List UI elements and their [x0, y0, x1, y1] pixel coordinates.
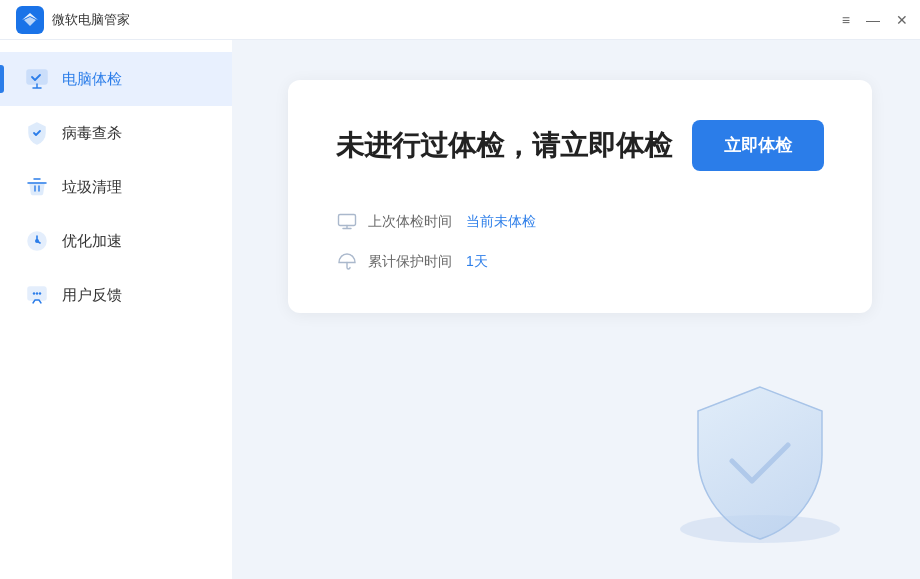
check-now-button[interactable]: 立即体检 [692, 120, 824, 171]
sidebar-item-optimize[interactable]: 优化加速 [0, 214, 232, 268]
feedback-icon [24, 282, 50, 308]
card-top: 未进行过体检，请立即体检 立即体检 [336, 120, 824, 171]
minimize-button[interactable]: — [866, 13, 880, 27]
main-layout: 电脑体检 病毒查杀 垃圾清理 [0, 40, 920, 579]
close-button[interactable]: ✕ [896, 13, 908, 27]
last-check-value: 当前未体检 [466, 213, 536, 231]
sidebar-item-pc-check[interactable]: 电脑体检 [0, 52, 232, 106]
menu-button[interactable]: ≡ [842, 13, 850, 27]
sidebar-item-antivirus[interactable]: 病毒查杀 [0, 106, 232, 160]
svg-rect-8 [339, 215, 356, 226]
app-title: 微软电脑管家 [52, 11, 130, 29]
sidebar-label-pc-check: 电脑体检 [62, 70, 122, 89]
optimize-icon [24, 228, 50, 254]
titlebar-controls: ≡ — ✕ [842, 13, 908, 27]
svg-point-5 [33, 292, 35, 294]
last-check-label: 上次体检时间 [368, 213, 452, 231]
sidebar-item-feedback[interactable]: 用户反馈 [0, 268, 232, 322]
protect-label: 累计保护时间 [368, 253, 452, 271]
sidebar-label-optimize: 优化加速 [62, 232, 122, 251]
protect-value: 1天 [466, 253, 488, 271]
svg-point-6 [36, 292, 38, 294]
app-logo [16, 6, 44, 34]
umbrella-icon [336, 251, 358, 273]
svg-point-3 [35, 239, 39, 243]
sidebar-label-feedback: 用户反馈 [62, 286, 122, 305]
main-title: 未进行过体检，请立即体检 [336, 127, 672, 165]
titlebar: 微软电脑管家 ≡ — ✕ [0, 0, 920, 40]
sidebar-label-cleanup: 垃圾清理 [62, 178, 122, 197]
protect-time-row: 累计保护时间 1天 [336, 251, 824, 273]
sidebar: 电脑体检 病毒查杀 垃圾清理 [0, 40, 232, 579]
monitor-icon [336, 211, 358, 233]
titlebar-left: 微软电脑管家 [16, 6, 130, 34]
cleanup-icon [24, 174, 50, 200]
pc-check-icon [24, 66, 50, 92]
info-rows: 上次体检时间 当前未体检 累计保护时间 1天 [336, 211, 824, 273]
content-area: 未进行过体检，请立即体检 立即体检 上次体检时间 当前未体检 [232, 40, 920, 579]
last-check-row: 上次体检时间 当前未体检 [336, 211, 824, 233]
decorative-shield [660, 369, 860, 549]
sidebar-label-antivirus: 病毒查杀 [62, 124, 122, 143]
sidebar-item-cleanup[interactable]: 垃圾清理 [0, 160, 232, 214]
main-card: 未进行过体检，请立即体检 立即体检 上次体检时间 当前未体检 [288, 80, 872, 313]
antivirus-icon [24, 120, 50, 146]
svg-point-7 [39, 292, 41, 294]
